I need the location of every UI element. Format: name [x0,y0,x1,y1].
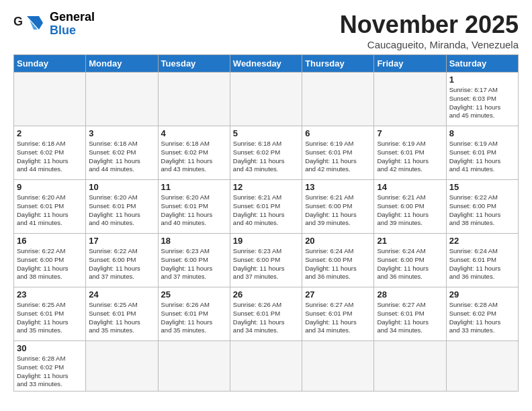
day-number: 10 [89,182,154,192]
logo-icon: G [13,11,46,38]
day-info: Sunrise: 6:22 AM Sunset: 6:00 PM Dayligh… [449,193,515,228]
week-row-5: 23Sunrise: 6:25 AM Sunset: 6:01 PM Dayli… [14,287,519,341]
calendar-cell: 14Sunrise: 6:21 AM Sunset: 6:00 PM Dayli… [374,180,446,234]
week-row-2: 2Sunrise: 6:18 AM Sunset: 6:02 PM Daylig… [14,126,519,180]
day-info: Sunrise: 6:27 AM Sunset: 6:01 PM Dayligh… [377,301,443,335]
svg-text:G: G [13,15,23,28]
day-number: 18 [161,236,227,246]
calendar-cell: 19Sunrise: 6:23 AM Sunset: 6:00 PM Dayli… [230,234,302,287]
calendar-cell: 17Sunrise: 6:22 AM Sunset: 6:00 PM Dayli… [86,234,158,287]
header: G General Blue November 2025 Caucagueito… [13,11,519,50]
calendar-cell [374,341,446,392]
calendar-header-row: SundayMondayTuesdayWednesdayThursdayFrid… [14,55,519,73]
calendar-cell: 11Sunrise: 6:20 AM Sunset: 6:01 PM Dayli… [158,180,230,234]
calendar-cell: 4Sunrise: 6:18 AM Sunset: 6:02 PM Daylig… [158,126,230,180]
calendar-cell [86,341,158,392]
day-info: Sunrise: 6:22 AM Sunset: 6:00 PM Dayligh… [89,247,154,281]
calendar-cell: 24Sunrise: 6:25 AM Sunset: 6:01 PM Dayli… [86,287,158,341]
day-info: Sunrise: 6:20 AM Sunset: 6:01 PM Dayligh… [161,193,227,228]
calendar-cell: 16Sunrise: 6:22 AM Sunset: 6:00 PM Dayli… [14,234,86,287]
calendar-cell: 23Sunrise: 6:25 AM Sunset: 6:01 PM Dayli… [14,287,86,341]
calendar-cell: 21Sunrise: 6:24 AM Sunset: 6:00 PM Dayli… [374,234,446,287]
day-number: 29 [449,289,515,300]
logo-blue: Blue [50,24,95,38]
calendar-cell: 2Sunrise: 6:18 AM Sunset: 6:02 PM Daylig… [14,126,86,180]
day-number: 19 [233,236,299,246]
day-info: Sunrise: 6:18 AM Sunset: 6:02 PM Dayligh… [161,140,227,174]
title-block: November 2025 Caucagueito, Miranda, Vene… [340,11,519,50]
calendar-cell [302,341,374,392]
day-number: 6 [305,128,371,138]
calendar-cell: 15Sunrise: 6:22 AM Sunset: 6:00 PM Dayli… [446,180,518,234]
day-info: Sunrise: 6:19 AM Sunset: 6:01 PM Dayligh… [305,140,371,174]
calendar-cell: 8Sunrise: 6:19 AM Sunset: 6:01 PM Daylig… [446,126,518,180]
day-number: 17 [89,236,154,246]
calendar-cell [158,341,230,392]
calendar-cell [302,73,374,126]
day-info: Sunrise: 6:18 AM Sunset: 6:02 PM Dayligh… [233,140,299,174]
day-number: 5 [233,128,299,138]
week-row-3: 9Sunrise: 6:20 AM Sunset: 6:01 PM Daylig… [14,180,519,234]
calendar-cell: 10Sunrise: 6:20 AM Sunset: 6:01 PM Dayli… [86,180,158,234]
month-title: November 2025 [340,11,519,39]
calendar-cell [446,341,518,392]
calendar-cell: 5Sunrise: 6:18 AM Sunset: 6:02 PM Daylig… [230,126,302,180]
day-info: Sunrise: 6:22 AM Sunset: 6:00 PM Dayligh… [17,247,83,281]
calendar-cell: 22Sunrise: 6:24 AM Sunset: 6:01 PM Dayli… [446,234,518,287]
day-info: Sunrise: 6:19 AM Sunset: 6:01 PM Dayligh… [449,140,515,174]
day-number: 12 [233,182,299,192]
calendar: SundayMondayTuesdayWednesdayThursdayFrid… [13,54,519,392]
day-number: 9 [17,182,83,192]
day-info: Sunrise: 6:28 AM Sunset: 6:02 PM Dayligh… [17,355,83,389]
day-number: 24 [89,289,154,300]
calendar-cell [158,73,230,126]
calendar-cell: 30Sunrise: 6:28 AM Sunset: 6:02 PM Dayli… [14,341,86,392]
col-header-sunday: Sunday [14,55,86,73]
week-row-6: 30Sunrise: 6:28 AM Sunset: 6:02 PM Dayli… [14,341,519,392]
day-number: 26 [233,289,299,300]
day-number: 7 [377,128,443,138]
calendar-cell: 28Sunrise: 6:27 AM Sunset: 6:01 PM Dayli… [374,287,446,341]
day-info: Sunrise: 6:26 AM Sunset: 6:01 PM Dayligh… [233,301,299,335]
day-number: 25 [161,289,227,300]
day-info: Sunrise: 6:20 AM Sunset: 6:01 PM Dayligh… [17,193,83,228]
calendar-cell [14,73,86,126]
calendar-cell: 29Sunrise: 6:28 AM Sunset: 6:02 PM Dayli… [446,287,518,341]
col-header-wednesday: Wednesday [230,55,302,73]
day-number: 14 [377,182,443,192]
day-info: Sunrise: 6:21 AM Sunset: 6:00 PM Dayligh… [305,193,371,228]
day-number: 3 [89,128,154,138]
day-info: Sunrise: 6:25 AM Sunset: 6:01 PM Dayligh… [17,301,83,335]
day-number: 2 [17,128,83,138]
col-header-friday: Friday [374,55,446,73]
day-info: Sunrise: 6:27 AM Sunset: 6:01 PM Dayligh… [305,301,371,335]
calendar-cell [374,73,446,126]
day-number: 8 [449,128,515,138]
logo-text: General Blue [50,11,95,38]
day-info: Sunrise: 6:24 AM Sunset: 6:01 PM Dayligh… [449,247,515,281]
calendar-cell: 20Sunrise: 6:24 AM Sunset: 6:00 PM Dayli… [302,234,374,287]
day-info: Sunrise: 6:21 AM Sunset: 6:00 PM Dayligh… [377,193,443,228]
day-info: Sunrise: 6:25 AM Sunset: 6:01 PM Dayligh… [89,301,154,335]
col-header-saturday: Saturday [446,55,518,73]
calendar-cell [86,73,158,126]
calendar-cell: 13Sunrise: 6:21 AM Sunset: 6:00 PM Dayli… [302,180,374,234]
day-info: Sunrise: 6:18 AM Sunset: 6:02 PM Dayligh… [17,140,83,174]
day-number: 20 [305,236,371,246]
day-info: Sunrise: 6:28 AM Sunset: 6:02 PM Dayligh… [449,301,515,335]
day-number: 4 [161,128,227,138]
day-info: Sunrise: 6:21 AM Sunset: 6:01 PM Dayligh… [233,193,299,228]
day-number: 13 [305,182,371,192]
col-header-tuesday: Tuesday [158,55,230,73]
page: G General Blue November 2025 Caucagueito… [0,0,532,398]
calendar-cell: 18Sunrise: 6:23 AM Sunset: 6:00 PM Dayli… [158,234,230,287]
calendar-cell: 27Sunrise: 6:27 AM Sunset: 6:01 PM Dayli… [302,287,374,341]
day-info: Sunrise: 6:19 AM Sunset: 6:01 PM Dayligh… [377,140,443,174]
calendar-cell [230,73,302,126]
calendar-cell [230,341,302,392]
calendar-cell: 12Sunrise: 6:21 AM Sunset: 6:01 PM Dayli… [230,180,302,234]
day-number: 16 [17,236,83,246]
day-number: 30 [17,343,83,353]
day-number: 22 [449,236,515,246]
logo-general: General [50,11,95,24]
